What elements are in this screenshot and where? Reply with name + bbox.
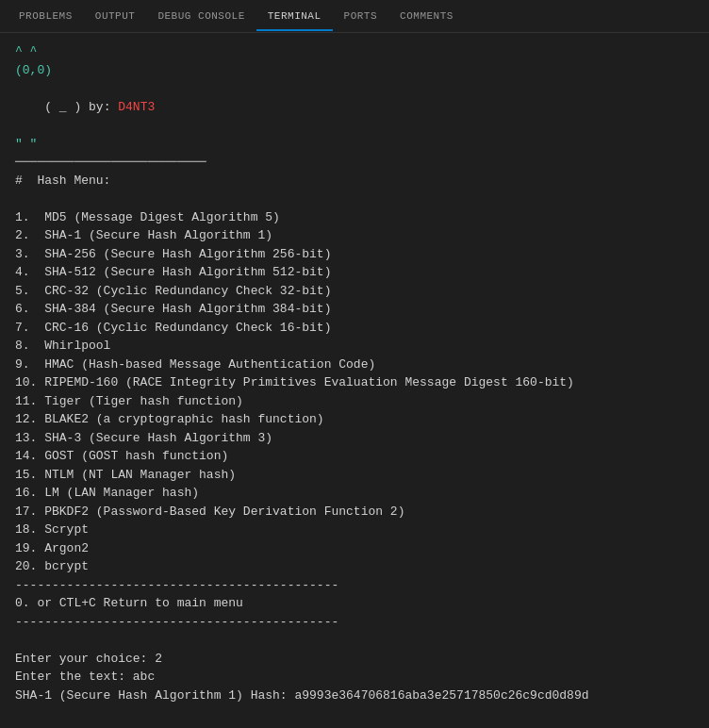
menu-item-2: 2. SHA-1 (Secure Hash Algorithm 1) [15, 226, 694, 245]
tab-output[interactable]: OUTPUT [84, 3, 147, 31]
menu-item-13: 13. SHA-3 (Secure Hash Algorithm 3) [15, 429, 694, 448]
ascii-line4: " " [15, 135, 694, 154]
hash-header: # Hash Menu: [15, 172, 694, 190]
terminal-body: ^ ^ (0,0) ( _ ) by: D4NT3 " " ──────────… [0, 33, 709, 728]
menu-item-15: 15. NTLM (NT LAN Manager hash) [15, 466, 694, 485]
blank-line [15, 631, 694, 650]
menu-item-5: 5. CRC-32 (Cyclic Redundancy Check 32-bi… [15, 282, 694, 301]
menu-item-3: 3. SHA-256 (Secure Hash Algorithm 256-bi… [15, 245, 694, 264]
menu-item-16: 16. LM (LAN Manager hash) [15, 484, 694, 503]
menu-item-7: 7. CRC-16 (Cyclic Redundancy Check 16-bi… [15, 319, 694, 338]
ascii-line2: (0,0) [15, 61, 694, 80]
separator-1: ----------------------------------------… [15, 576, 694, 595]
tab-terminal[interactable]: TERMINAL [256, 3, 333, 31]
input-text: Enter the text: abc [15, 668, 694, 687]
menu-item-1: 1. MD5 (Message Digest Algorithm 5) [15, 208, 694, 227]
tab-comments[interactable]: COMMENTS [388, 3, 465, 31]
return-option: 0. or CTL+C Return to main menu [15, 594, 694, 613]
menu-item-18: 18. Scrypt [15, 521, 694, 539]
menu-spacer [15, 190, 694, 208]
menu-item-11: 11. Tiger (Tiger hash function) [15, 392, 694, 411]
menu-item-6: 6. SHA-384 (Secure Hash Algorithm 384-bi… [15, 300, 694, 319]
input-choice: Enter your choice: 2 [15, 650, 694, 669]
menu-item-17: 17. PBKDF2 (Password-Based Key Derivatio… [15, 503, 694, 521]
menu-item-10: 10. RIPEMD-160 (RACE Integrity Primitive… [15, 373, 694, 392]
menu-item-19: 19. Argon2 [15, 539, 694, 558]
ascii-line1: ^ ^ [15, 42, 694, 61]
ascii-line3: ( _ ) by: D4NT3 [15, 79, 694, 135]
menu-item-8: 8. Whirlpool [15, 337, 694, 356]
tab-ports[interactable]: PORTS [333, 3, 389, 31]
divider-line: ────────────────────────── [15, 153, 694, 172]
menu-item-12: 12. BLAKE2 (a cryptographic hash functio… [15, 410, 694, 429]
tab-bar: PROBLEMS OUTPUT DEBUG CONSOLE TERMINAL P… [0, 0, 709, 33]
menu-item-9: 9. HMAC (Hash-based Message Authenticati… [15, 356, 694, 374]
tab-problems[interactable]: PROBLEMS [8, 3, 84, 31]
separator-2: ----------------------------------------… [15, 613, 694, 632]
result-line: SHA-1 (Secure Hash Algorithm 1) Hash: a9… [15, 687, 694, 705]
menu-item-20: 20. bcrypt [15, 557, 694, 576]
ascii-by-text: ( _ ) by: [44, 100, 118, 114]
ascii-name-text: D4NT3 [118, 100, 155, 114]
menu-item-14: 14. GOST (GOST hash function) [15, 447, 694, 466]
tab-debug-console[interactable]: DEBUG CONSOLE [146, 3, 256, 31]
menu-item-4: 4. SHA-512 (Secure Hash Algorithm 512-bi… [15, 263, 694, 282]
